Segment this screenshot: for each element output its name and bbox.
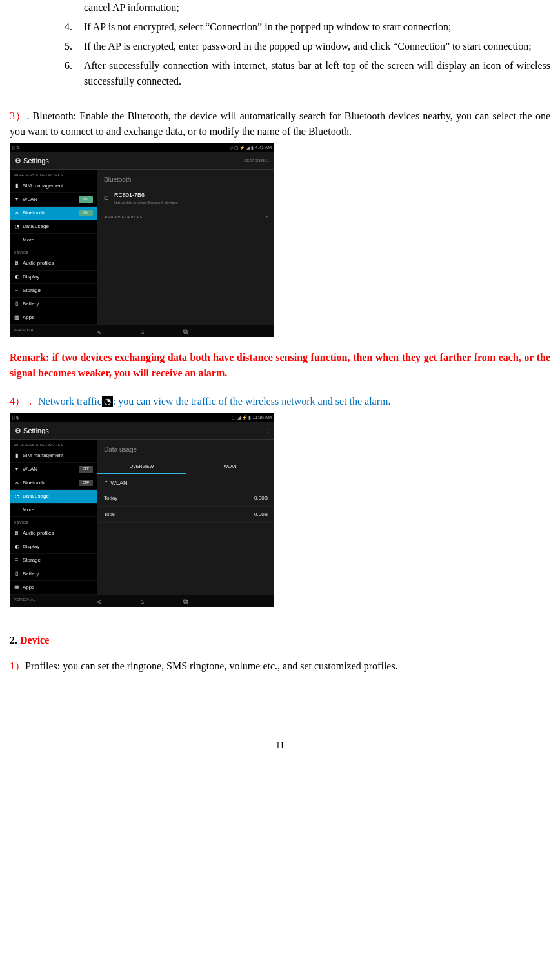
sidebar-item-audio[interactable]: 🎚Audio profiles xyxy=(10,527,97,540)
sidebar-item-datausage[interactable]: ◔Data usage xyxy=(10,490,97,504)
list-num: 5. xyxy=(65,39,84,54)
category-device: DEVICE xyxy=(10,247,97,257)
audio-label: Audio profiles xyxy=(23,529,93,537)
remark-text: Remark: if two devices exchanging data b… xyxy=(10,350,550,381)
subsection-profiles: 1）Profiles: you can set the ringtone, SM… xyxy=(10,659,550,674)
du-label: Data usage xyxy=(23,493,93,500)
list-num: 6. xyxy=(65,58,84,89)
home-button[interactable]: ⌂ xyxy=(140,327,144,336)
audio-icon: 🎚 xyxy=(14,260,20,267)
wlan-label: WLAN xyxy=(23,196,79,203)
ordered-list-continuation: cancel AP information; 4. If AP is not e… xyxy=(10,0,550,89)
home-button[interactable]: ⌂ xyxy=(140,597,144,606)
bt-toggle[interactable]: OFF xyxy=(79,480,93,486)
sidebar-item-storage[interactable]: ≡Storage xyxy=(10,284,97,298)
settings-header: ⚙ Settings ⋮ xyxy=(10,422,274,440)
bt-content-title: Bluetooth xyxy=(97,170,274,187)
bluetooth-text: Bluetooth: Enable the Bluetooth, the dev… xyxy=(10,110,550,137)
display-icon: ◐ xyxy=(14,273,20,281)
wlan-toggle[interactable]: ON xyxy=(79,196,93,203)
du-today-row[interactable]: Today 0.00B xyxy=(97,491,274,507)
sidebar-item-apps[interactable]: ▦Apps xyxy=(10,311,97,325)
du-tabs: OVERVIEW WLAN xyxy=(97,460,274,474)
du-total-row[interactable]: Total 0.00B xyxy=(97,507,274,523)
storage-icon: ≡ xyxy=(14,287,20,294)
back-button[interactable]: ◅ xyxy=(96,597,101,606)
wifi-icon: ▾ xyxy=(14,465,20,473)
category-wireless: WIRELESS & NETWORKS xyxy=(10,440,97,449)
wifi-icon: ▾ xyxy=(14,196,20,203)
sim-label: SIM management xyxy=(23,182,93,190)
wlan-label: WLAN xyxy=(23,465,79,473)
storage-label: Storage xyxy=(23,287,93,294)
tab-overview[interactable]: OVERVIEW xyxy=(97,460,186,474)
bt-label: Bluetooth xyxy=(23,209,79,217)
list-text: If AP is not encrypted, select “Connecti… xyxy=(84,19,550,35)
recent-button[interactable]: ⧉ xyxy=(183,597,188,606)
sidebar-item-more[interactable]: More... xyxy=(10,504,97,517)
section-2-head: 2. Device xyxy=(10,633,550,648)
apps-icon: ▦ xyxy=(14,584,20,591)
bt-device-sub: Not visible to other Bluetooth devices xyxy=(114,200,178,206)
data-icon: ◔ xyxy=(14,223,20,230)
storage-icon: ≡ xyxy=(14,557,20,564)
sidebar-item-apps[interactable]: ▦Apps xyxy=(10,581,97,595)
sidebar-item-sim[interactable]: ▮SIM management xyxy=(10,179,97,193)
audio-label: Audio profiles xyxy=(23,260,93,267)
wlan-toggle[interactable]: OFF xyxy=(79,466,93,473)
settings-header: ⚙ Settings SEARCHING... xyxy=(10,152,274,170)
du-wlan-head: ⌃ WLAN xyxy=(97,474,274,491)
sidebar-item-bluetooth[interactable]: ∗BluetoothOFF xyxy=(10,476,97,490)
marker-4: 4）． xyxy=(10,396,35,407)
list-item-4: 4. If AP is not encrypted, select “Conne… xyxy=(65,19,550,35)
sim-label: SIM management xyxy=(23,452,93,460)
status-left-icons: ▯ ⇅ xyxy=(12,145,20,152)
dot: . xyxy=(26,110,32,121)
today-value: 0.00B xyxy=(254,495,268,502)
display-icon: ◐ xyxy=(14,543,20,551)
refresh-icon[interactable]: ⟳ xyxy=(265,214,268,220)
settings-sidebar: WIRELESS & NETWORKS ▮SIM management ▾WLA… xyxy=(10,170,97,325)
sidebar-item-sim[interactable]: ▮SIM management xyxy=(10,449,97,463)
nt-right: : you can view the traffic of the wirele… xyxy=(113,396,391,407)
tab-wlan[interactable]: WLAN xyxy=(186,460,274,474)
sidebar-item-more[interactable]: More... xyxy=(10,234,97,247)
status-right-icons: ▢ ◢ ⚡ ▮ xyxy=(232,415,252,420)
available-label: AVAILABLE DEVICES xyxy=(104,214,142,220)
sidebar-item-display[interactable]: ◐Display xyxy=(10,271,97,284)
total-label: Total xyxy=(104,511,115,518)
bluetooth-icon: ∗ xyxy=(14,209,20,217)
settings-icon: ⚙ xyxy=(15,157,21,165)
screenshot-bluetooth: ▯ ⇅ ◇ ▢ ⚡ ◢ ▮ 4:41 AM ⚙ Settings SEARCHI… xyxy=(10,143,274,337)
back-button[interactable]: ◅ xyxy=(96,327,101,336)
screenshot-datausage: ▯ ψ ▢ ◢ ⚡ ▮ 11:16 AM ⚙ Settings ⋮ WIRELE… xyxy=(10,413,274,607)
sidebar-item-audio[interactable]: 🎚Audio profiles xyxy=(10,257,97,271)
paragraph-bluetooth: 3）. Bluetooth: Enable the Bluetooth, the… xyxy=(10,108,550,139)
category-personal: PERSONAL xyxy=(10,325,97,334)
sidebar-item-battery[interactable]: ▯Battery xyxy=(10,298,97,311)
sidebar-item-wlan[interactable]: ▾WLANON xyxy=(10,193,97,207)
sidebar-item-storage[interactable]: ≡Storage xyxy=(10,554,97,567)
nt-left: Network traffic xyxy=(38,396,102,407)
tablet-icon: ▢ xyxy=(104,194,109,202)
today-label: Today xyxy=(104,495,117,502)
sidebar-item-datausage[interactable]: ◔Data usage xyxy=(10,220,97,234)
sidebar-item-battery[interactable]: ▯Battery xyxy=(10,567,97,581)
battery-icon: ▯ xyxy=(14,570,20,578)
storage-label: Storage xyxy=(23,557,93,564)
bluetooth-icon: ∗ xyxy=(14,479,20,487)
bt-toggle[interactable]: ON xyxy=(79,210,93,216)
sidebar-item-display[interactable]: ◐Display xyxy=(10,540,97,554)
sidebar-item-bluetooth[interactable]: ∗BluetoothON xyxy=(10,207,97,220)
list-text: If the AP is encrypted, enter password i… xyxy=(84,39,550,54)
battery-label: Battery xyxy=(23,300,93,308)
page-number: 11 xyxy=(10,739,550,752)
total-value: 0.00B xyxy=(254,511,268,518)
sidebar-item-wlan[interactable]: ▾WLANOFF xyxy=(10,463,97,476)
recent-button[interactable]: ⧉ xyxy=(183,327,188,336)
bt-this-device[interactable]: ▢ RC801-7B6 Not visible to other Bluetoo… xyxy=(97,187,274,210)
du-content-title: Data usage xyxy=(97,440,274,457)
sim-icon: ▮ xyxy=(14,182,20,190)
list-num: 4. xyxy=(65,19,84,35)
overflow-icon[interactable]: ⋮ xyxy=(266,428,274,434)
